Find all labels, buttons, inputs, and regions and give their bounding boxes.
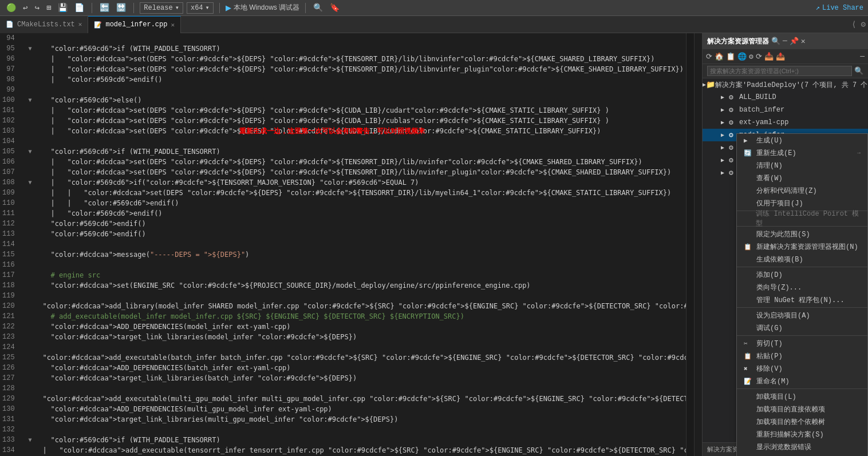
tree-ext-yaml[interactable]: ▶ ⚙ ext-yaml-cpp [703,116,868,129]
line-num: 121 [0,311,22,322]
panel-search-icon[interactable]: 🔍 [771,37,780,46]
pt-icon-2[interactable]: 🏠 [715,52,724,61]
fwd-icon[interactable]: ↪ [33,2,41,14]
cmake-close[interactable]: ✕ [78,21,82,28]
ctx-item[interactable]: 清除浏览数据错误 [737,453,867,456]
run-button[interactable]: ▶ 本地 Windows 调试器 [226,3,299,13]
ctx-item[interactable]: ✂ 剪切(T) [737,337,867,350]
ctx-item[interactable]: 添加(D) [737,268,867,281]
code-line: | | "color:#569cd6">endif() [26,198,686,208]
toolbar-icon-1[interactable]: ⊞ [45,2,53,14]
pt-icon-8[interactable]: 📤 [776,52,785,61]
fold-indicator[interactable]: ▼ [26,177,34,188]
yaml-label: ext-yaml-cpp [739,118,788,126]
tab-arrow[interactable]: ⟨ [851,19,856,29]
pt-icon-4[interactable]: 🌐 [737,52,747,61]
ctx-item[interactable]: 🔄 重新生成(E) → [737,146,867,159]
ctx-item-label: 管理 NuGet 程序包(N)... [756,295,845,305]
ctx-item[interactable]: 查看(W) [737,172,867,184]
toolbar-icon-5[interactable]: 🔛 [115,2,128,14]
pt-collapse-icon[interactable]: — [860,52,865,61]
pt-icon-5[interactable]: ⚙ [749,52,753,61]
arch-dropdown[interactable]: x64 ▾ [187,2,214,14]
ctx-item[interactable]: 加载项目的整个依赖树 [737,415,867,428]
ctx-item[interactable]: 分析和代码清理(Z) [737,184,867,197]
root-icon: 📁 [706,80,715,89]
line-num: 118 [0,280,22,291]
cpp-close[interactable]: ✕ [171,21,175,29]
search-code-icon[interactable]: 🔍 [311,2,325,14]
ctx-item[interactable]: 类向导(Z)... [737,281,867,294]
toolbar-icon-3[interactable]: 📄 [73,2,86,14]
scrollbar[interactable] [694,33,702,456]
tree-all-build[interactable]: ▶ ⚙ ALL_BUILD [703,91,868,104]
ctx-item[interactable]: 📝 重命名(M) [737,375,867,387]
cmake-tab-label: CMakeLists.txt [17,21,75,29]
fold-indicator[interactable]: ▼ [26,43,34,54]
line-num: 130 [0,404,22,414]
ctx-item[interactable]: 生成依赖项(B) [737,253,867,265]
tree-batch-infer[interactable]: ▶ ⚙ batch_infer [703,104,868,116]
tab-cmake[interactable]: 📄 CMakeLists.txt ✕ [0,16,88,33]
config-dropdown[interactable]: Release ▾ [140,2,183,14]
line-num: 105 [0,146,22,157]
tab-cpp[interactable]: 📝 model_infer.cpp ✕ [88,16,181,33]
bookmark-icon[interactable]: 🔖 [328,2,341,14]
ctx-item[interactable]: 重新扫描解决方案(S) [737,428,867,441]
ctx-item[interactable]: 管理 NuGet 程序包(N)... [737,294,867,306]
panel-title: 解决方案资源管理器 [707,37,769,46]
ctx-item[interactable]: 显示浏览数据错误 [737,441,867,453]
cpp-icon: 📝 [94,21,102,29]
pt-icon-3[interactable]: 📋 [726,52,735,61]
ctx-item-label: 重新生成(E) [756,148,796,158]
ctx-item[interactable]: 限定为此范围(S) [737,228,867,240]
model-arrow: ▶ [721,132,729,138]
start-icon[interactable]: 🟢 [5,2,18,14]
panel-toolbar: ⟳ 🏠 📋 🌐 ⚙ ⟳ 📥 📤 — [703,49,868,64]
minimap[interactable] [686,33,694,456]
toolbar-icon-2[interactable]: 💾 [56,2,69,14]
ctx-item-label: 粘贴(P) [756,351,783,361]
tree-root[interactable]: ▶ 📁 解决方案'PaddleDeploy'(7 个项目, 共 7 个) [703,78,868,91]
live-share-button[interactable]: ↗ Live Share [816,3,863,12]
fold-indicator[interactable]: ▼ [26,435,34,445]
run-label: 本地 Windows 调试器 [234,3,299,13]
ctx-item[interactable]: 📋 新建解决方案资源管理器视图(N) [737,240,867,253]
code-line [26,136,686,146]
ctx-item[interactable]: 调试(G) [737,322,867,334]
search-submit-icon[interactable]: 🔍 [854,66,863,76]
ctx-item[interactable]: 清理(N) [737,159,867,172]
top-toolbar: 🟢 ↩ ↪ ⊞ 💾 📄 🔙 🔛 Release ▾ x64 ▾ ▶ 本地 Win… [0,0,868,16]
code-content[interactable]: ▼ "color:#569cd6">if (WITH_PADDLE_TENSOR… [22,33,686,456]
toolbar-icon-4[interactable]: 🔙 [98,2,111,14]
tab-gear-icon[interactable]: ⚙ [861,19,866,29]
ctx-item[interactable]: 卸载项目(L) [737,390,867,403]
ctx-item[interactable]: ▶ 生成(U) [737,134,867,146]
line-num: 123 [0,332,22,342]
ctx-item-icon: 📋 [744,352,753,360]
batch-icon: ⚙ [729,105,739,114]
code-line: "color:#dcdcaa">ADD_DEPENDENCIES(multi_g… [26,404,686,414]
ctx-item[interactable]: ✖ 移除(V) [737,362,867,375]
panel-close-icon[interactable]: ─ [783,37,787,46]
panel-pin-icon[interactable]: 📌 [790,37,799,46]
pt-icon-7[interactable]: 📥 [764,52,774,61]
pt-icon-6[interactable]: ⟳ [756,52,762,61]
fold-indicator[interactable]: ▼ [26,146,34,157]
fold-indicator[interactable]: ▼ [26,95,34,105]
code-line [26,291,686,301]
ctx-item[interactable]: 仅用于项目(J) [737,197,867,209]
yaml-arrow: ▶ [721,119,729,126]
ctx-item[interactable]: 📋 粘贴(P) [737,350,867,362]
search-input[interactable] [707,66,852,76]
ctx-item[interactable]: 设为启动项目(A) [737,309,867,322]
ctx-item[interactable]: 加载项目的直接依赖项 [737,403,867,415]
back-icon[interactable]: ↩ [21,2,29,14]
pt-icon-1[interactable]: ⟳ [706,52,712,61]
context-menu: ▶ 生成(U) 🔄 重新生成(E) → 清理(N) 查看(W) 分析和代码清理(… [736,133,868,456]
play-icon: ▶ [226,3,231,12]
line-num: 100 [0,95,22,105]
panel-x-icon[interactable]: ✕ [801,37,806,46]
line-num: 107 [0,167,22,177]
code-line: | "color:#dcdcaa">set(DEPS "color:#9cdcf… [26,105,686,116]
